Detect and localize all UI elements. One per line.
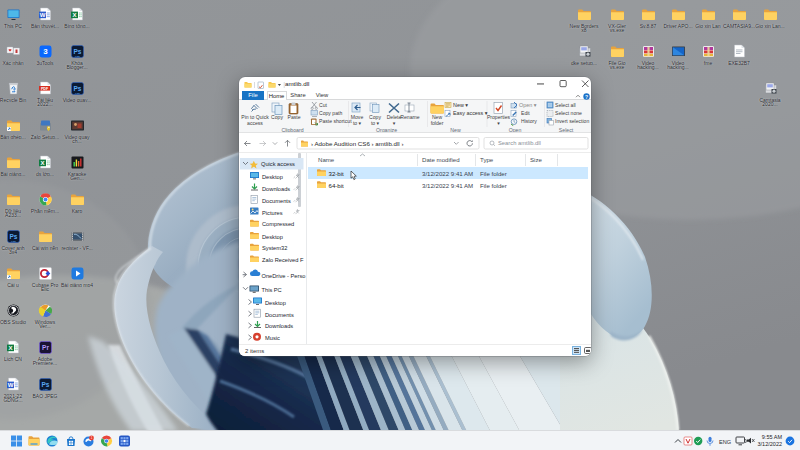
svg-text:Copy: Copy <box>271 114 283 120</box>
svg-text:Select: Select <box>559 126 574 132</box>
svg-text:Cut: Cut <box>319 102 328 108</box>
svg-text:› Adobe Audition CS6 › amtl: › Adobe Audition CS6 › amtlib.dll › <box>311 139 404 146</box>
svg-text:Select all: Select all <box>555 102 576 108</box>
svg-text:History: History <box>521 118 537 124</box>
svg-text:Search amtlib.dll: Search amtlib.dll <box>498 140 541 146</box>
svg-text:Paste: Paste <box>287 114 300 120</box>
svg-text:Invert selection: Invert selection <box>555 118 589 124</box>
svg-text:Copy path: Copy path <box>319 110 342 116</box>
svg-text:New: New <box>450 126 461 132</box>
svg-text:to ▾: to ▾ <box>353 120 362 126</box>
svg-text:▾: ▾ <box>497 120 500 126</box>
svg-text:Paste shortcut: Paste shortcut <box>319 118 352 124</box>
svg-text:Clipboard: Clipboard <box>281 126 303 132</box>
svg-text:Open: Open <box>509 126 522 132</box>
svg-text:Rename: Rename <box>400 114 419 120</box>
svg-text:to ▾: to ▾ <box>371 120 380 126</box>
svg-text:ENG: ENG <box>719 439 731 445</box>
svg-text:Organize: Organize <box>376 126 397 132</box>
svg-text:▾: ▾ <box>393 120 396 126</box>
svg-text:Open ▾: Open ▾ <box>519 102 537 108</box>
svg-text:Edit: Edit <box>521 110 530 116</box>
svg-text:Select none: Select none <box>555 110 582 116</box>
svg-text:access: access <box>247 120 263 126</box>
svg-text:folder: folder <box>431 120 444 126</box>
svg-text:Easy access ▾: Easy access ▾ <box>453 110 488 116</box>
svg-text:New ▾: New ▾ <box>453 102 468 108</box>
